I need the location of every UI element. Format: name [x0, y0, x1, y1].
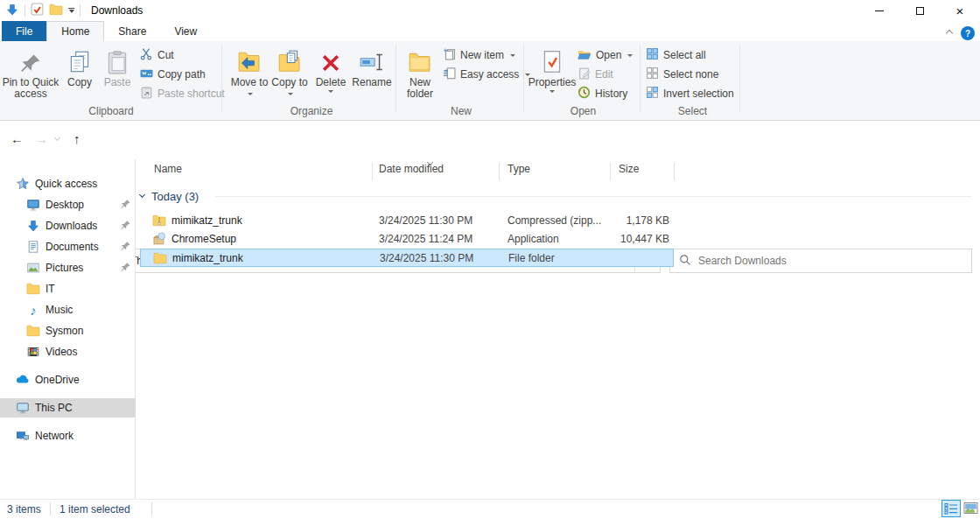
- paste-icon: [99, 44, 136, 75]
- ribbon-tab-row: File Home Share View: [0, 21, 980, 41]
- sidebar-item-music[interactable]: ♪ Music: [0, 300, 136, 319]
- copy-path-button[interactable]: Copy path: [140, 66, 206, 83]
- paste-shortcut-button[interactable]: Paste shortcut: [140, 85, 225, 102]
- move-to-button[interactable]: Move to: [229, 44, 270, 100]
- forward-icon[interactable]: →: [35, 131, 48, 146]
- paste-button[interactable]: Paste: [99, 44, 136, 88]
- file-name[interactable]: mimikatz_trunk: [172, 249, 243, 268]
- downloads-folder-icon: [5, 3, 19, 19]
- copy-button[interactable]: Copy: [61, 44, 98, 88]
- column-header-date-modified[interactable]: Date modified: [379, 163, 444, 175]
- maximize-icon: [916, 7, 924, 15]
- group-collapse-icon: [139, 192, 145, 198]
- caption-buttons: ×: [859, 0, 980, 21]
- select-all-button[interactable]: Select all: [646, 46, 706, 64]
- window-title: Downloads: [91, 4, 143, 17]
- search-input[interactable]: [698, 255, 971, 267]
- sidebar-item-videos[interactable]: Videos: [0, 342, 136, 361]
- toolbar-divider: [80, 4, 80, 17]
- delete-button[interactable]: Delete: [312, 44, 350, 93]
- column-header-name[interactable]: Name: [154, 163, 182, 175]
- up-icon[interactable]: ↑: [74, 131, 80, 146]
- help-icon[interactable]: ?: [961, 26, 975, 40]
- new-folder-button[interactable]: New folder: [399, 44, 441, 100]
- new-item-icon: [443, 47, 456, 63]
- customize-toolbar-dropdown-icon[interactable]: [68, 8, 74, 13]
- open-button[interactable]: Open: [578, 46, 633, 64]
- column-header-size[interactable]: Size: [619, 163, 639, 175]
- file-row[interactable]: mimikatz_trunk 3/24/2025 11:30 PM Compre…: [140, 212, 674, 230]
- explorer-window: Downloads × File Home Share View ? Pin t…: [0, 0, 980, 519]
- folder-icon: [26, 324, 40, 338]
- rename-button[interactable]: Rename: [350, 44, 394, 88]
- dropdown-arrow-icon: [510, 54, 515, 57]
- easy-access-button[interactable]: Easy access: [443, 66, 530, 83]
- properties-icon: [527, 44, 578, 75]
- document-icon: [26, 240, 40, 254]
- sidebar-item-sysmon[interactable]: Sysmon: [0, 321, 136, 340]
- sidebar-item-it[interactable]: IT: [0, 279, 136, 298]
- file-row[interactable]: ChromeSetup 3/24/2025 11:24 PM Applicati…: [140, 230, 674, 249]
- history-button[interactable]: History: [578, 85, 627, 102]
- file-row-selected[interactable]: mimikatz_trunk 3/24/2025 11:30 PM File f…: [140, 249, 674, 267]
- copy-to-button[interactable]: Copy to: [270, 44, 310, 100]
- column-divider[interactable]: [372, 163, 373, 180]
- pin-icon: [120, 262, 131, 276]
- titlebar: Downloads ×: [0, 0, 980, 21]
- recent-locations-icon[interactable]: [54, 135, 60, 141]
- sidebar-item-documents[interactable]: Documents: [0, 237, 136, 256]
- tab-file[interactable]: File: [2, 21, 46, 41]
- copy-to-icon: [270, 44, 310, 75]
- column-header-type[interactable]: Type: [508, 163, 530, 175]
- group-header-today[interactable]: Today (3): [140, 187, 199, 205]
- folder-icon: [26, 282, 40, 296]
- thumbnail-view-toggle[interactable]: [963, 501, 978, 515]
- properties-quick-icon[interactable]: [31, 3, 44, 18]
- invert-selection-button[interactable]: Invert selection: [646, 85, 734, 102]
- column-divider[interactable]: [610, 163, 611, 180]
- new-folder-quick-icon[interactable]: [49, 3, 63, 19]
- properties-button[interactable]: Properties: [527, 44, 578, 93]
- dropdown-arrow-icon: [288, 93, 293, 95]
- collapse-ribbon-icon[interactable]: [946, 30, 953, 37]
- statusbar-divider: [151, 502, 152, 515]
- tab-view[interactable]: View: [160, 21, 211, 41]
- sidebar-item-quick-access[interactable]: Quick access: [0, 174, 136, 193]
- details-view-toggle[interactable]: [942, 500, 961, 517]
- column-divider[interactable]: [499, 163, 500, 180]
- minimize-icon: [875, 11, 884, 11]
- minimize-button[interactable]: [859, 0, 900, 21]
- file-date: 3/24/2025 11:30 PM: [379, 212, 472, 230]
- sidebar-item-pictures[interactable]: Pictures: [0, 258, 136, 277]
- copy-path-icon: [140, 67, 153, 82]
- delete-icon: [312, 44, 350, 75]
- new-item-button[interactable]: New item: [443, 46, 515, 64]
- group-divider-line: [215, 196, 971, 197]
- easy-access-icon: [443, 67, 456, 82]
- select-all-icon: [646, 47, 659, 63]
- edit-button[interactable]: Edit: [578, 66, 613, 83]
- file-name[interactable]: mimikatz_trunk: [172, 212, 242, 230]
- sidebar-item-downloads[interactable]: Downloads: [0, 216, 136, 235]
- sidebar-item-this-pc[interactable]: This PC: [0, 398, 136, 417]
- maximize-button[interactable]: [900, 0, 940, 21]
- sidebar-item-network[interactable]: Network: [0, 426, 136, 445]
- column-divider[interactable]: [674, 163, 675, 180]
- tab-share[interactable]: Share: [104, 21, 160, 41]
- cut-button[interactable]: Cut: [140, 46, 174, 64]
- back-icon[interactable]: ←: [10, 131, 24, 146]
- file-name[interactable]: ChromeSetup: [172, 230, 236, 249]
- group-divider: [221, 45, 222, 113]
- select-none-button[interactable]: Select none: [646, 66, 718, 83]
- sidebar-item-desktop[interactable]: Desktop: [0, 195, 136, 214]
- network-icon: [16, 429, 30, 443]
- pin-to-quick-access-button[interactable]: Pin to Quick access: [2, 44, 60, 100]
- tab-home[interactable]: Home: [46, 21, 104, 41]
- pin-icon: [2, 44, 60, 75]
- new-folder-icon: [399, 44, 441, 75]
- history-icon: [578, 86, 591, 102]
- rename-icon: [350, 44, 394, 75]
- file-date: 3/24/2025 11:30 PM: [380, 249, 473, 268]
- close-button[interactable]: ×: [940, 0, 980, 21]
- sidebar-item-onedrive[interactable]: OneDrive: [0, 370, 136, 389]
